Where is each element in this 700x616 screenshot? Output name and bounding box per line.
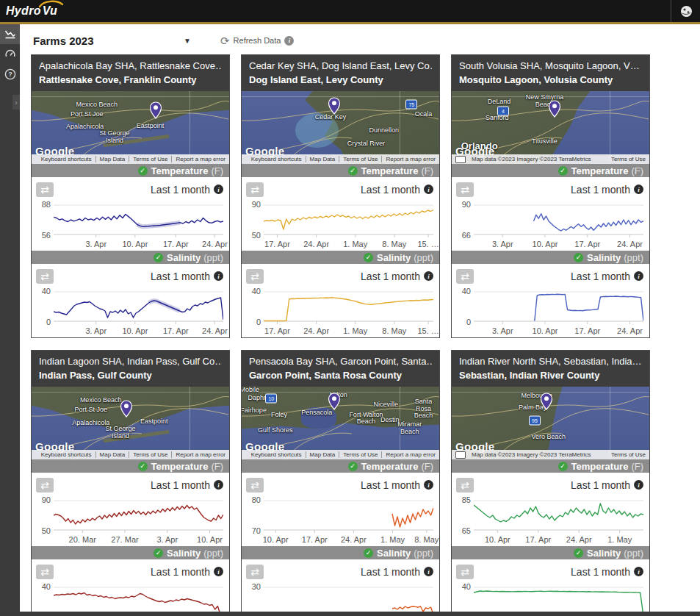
sidebar-expand-chevron-icon[interactable]: › <box>12 95 20 110</box>
gauge-icon[interactable] <box>0 44 20 64</box>
parameter-bar[interactable]: ✓ Salinity (ppt) <box>452 251 649 264</box>
compare-arrows-icon[interactable]: ⇄ <box>36 182 54 197</box>
line-chart[interactable] <box>54 200 223 238</box>
site-map[interactable]: New Smyrna BeachDeLandSanfordTitusvilleO… <box>452 91 649 164</box>
parameter-bar[interactable]: ✓ Salinity (ppt) <box>452 546 649 559</box>
map-attribution[interactable]: Keyboard shortcutsMap DataTerms of UseRe… <box>242 154 439 164</box>
map-attribution-link[interactable]: Map Data <box>95 156 129 162</box>
info-icon[interactable]: i <box>214 271 223 281</box>
map-attribution-link[interactable]: Keyboard shortcuts <box>248 451 306 458</box>
map-attribution-link[interactable]: Terms of Use <box>339 451 381 458</box>
info-icon[interactable]: i <box>214 567 223 576</box>
site-map[interactable]: Cedar KeyDunnellonCrystal RiverOcala75Go… <box>242 91 439 164</box>
info-icon[interactable]: i <box>634 567 643 576</box>
info-icon[interactable]: i <box>634 185 643 194</box>
info-icon[interactable]: i <box>424 480 433 490</box>
line-chart[interactable] <box>54 287 223 325</box>
map-gridline[interactable] <box>452 392 649 393</box>
keyboard-icon[interactable] <box>455 156 466 163</box>
parameter-bar[interactable]: ✓ Temperature (F) <box>242 459 439 473</box>
compare-arrows-icon[interactable]: ⇄ <box>36 269 54 284</box>
map-attribution[interactable]: Keyboard shortcutsMap DataTerms of UseRe… <box>32 154 229 164</box>
line-chart[interactable] <box>474 287 643 325</box>
line-chart[interactable] <box>474 200 643 238</box>
compare-arrows-icon[interactable]: ⇄ <box>456 565 474 579</box>
parameter-bar[interactable]: ✓ Salinity (ppt) <box>32 546 229 559</box>
parameter-bar[interactable]: ✓ Salinity (ppt) <box>32 251 229 264</box>
y-axis-max: 88 <box>42 200 51 209</box>
line-chart[interactable] <box>264 495 433 534</box>
info-icon[interactable]: i <box>424 271 433 281</box>
compare-arrows-icon[interactable]: ⇄ <box>456 269 474 284</box>
map-attribution-link[interactable]: Report a map error <box>171 156 229 162</box>
map-gridline[interactable] <box>610 91 610 164</box>
map-gridline[interactable] <box>610 387 610 459</box>
line-chart[interactable] <box>264 287 433 325</box>
parameter-bar[interactable]: ✓ Temperature (F) <box>32 459 229 473</box>
compare-arrows-icon[interactable]: ⇄ <box>246 478 264 493</box>
info-icon[interactable]: i <box>424 567 433 576</box>
map-gridline[interactable] <box>242 96 439 97</box>
info-icon[interactable]: i <box>284 36 294 46</box>
info-icon[interactable]: i <box>424 185 433 194</box>
help-icon[interactable]: ? <box>0 64 20 84</box>
map-attribution-link[interactable]: Map Data <box>306 451 339 458</box>
map-attribution-link[interactable]: Terms of Use <box>129 156 171 162</box>
parameter-bar[interactable]: ✓ Salinity (ppt) <box>242 546 439 559</box>
info-icon[interactable]: i <box>214 480 223 490</box>
terms-of-use-link[interactable]: Terms of Use <box>607 451 649 458</box>
site-map[interactable]: Mexico BeachPort St JoeApalachicolaEastp… <box>32 387 229 459</box>
map-gridline[interactable] <box>190 387 190 459</box>
map-attribution-link[interactable]: Report a map error <box>381 156 439 162</box>
map-attribution[interactable]: Keyboard shortcutsMap DataTerms of UseRe… <box>242 450 439 459</box>
compare-arrows-icon[interactable]: ⇄ <box>246 182 264 197</box>
map-gridline[interactable] <box>242 392 439 393</box>
map-attribution-link[interactable]: Map Data <box>95 451 129 458</box>
parameter-bar[interactable]: ✓ Temperature (F) <box>32 164 229 177</box>
map-attribution-link[interactable]: Terms of Use <box>339 156 381 162</box>
map-attribution-link[interactable]: Report a map error <box>381 451 439 458</box>
site-map[interactable]: Mexico BeachPort St JoeApalachicolaEastp… <box>32 91 229 164</box>
info-icon[interactable]: i <box>214 185 223 194</box>
y-axis: 90 50 <box>245 200 264 238</box>
map-gridline[interactable] <box>452 96 649 97</box>
compare-arrows-icon[interactable]: ⇄ <box>36 478 54 493</box>
line-chart[interactable] <box>474 495 643 534</box>
info-icon[interactable]: i <box>634 271 643 281</box>
map-attribution-link[interactable]: Keyboard shortcuts <box>37 156 95 162</box>
keyboard-icon[interactable] <box>455 451 466 459</box>
dashboards-icon[interactable] <box>0 24 20 44</box>
parameter-bar[interactable]: ✓ Temperature (F) <box>242 164 439 177</box>
refresh-data-button[interactable]: ⟳ Refresh Data i <box>220 35 294 46</box>
map-gridline[interactable] <box>400 387 400 459</box>
map-attribution-link[interactable]: Terms of Use <box>129 451 171 458</box>
map-attribution-link[interactable]: Keyboard shortcuts <box>37 451 95 458</box>
line-chart[interactable] <box>264 200 433 238</box>
map-attribution-link[interactable]: Map Data <box>306 156 339 162</box>
compare-arrows-icon[interactable]: ⇄ <box>36 565 54 579</box>
map-attribution[interactable]: Keyboard shortcutsMap DataTerms of UseRe… <box>32 450 229 459</box>
parameter-bar[interactable]: ✓ Temperature (F) <box>452 164 649 177</box>
compare-arrows-icon[interactable]: ⇄ <box>246 269 264 284</box>
map-gridline[interactable] <box>32 392 229 393</box>
hydrovu-logo[interactable]: HydroVu <box>6 4 59 18</box>
compare-arrows-icon[interactable]: ⇄ <box>456 182 474 197</box>
site-map[interactable]: MobileDaphneMiltonFairhopeFoleyPensacola… <box>242 387 439 459</box>
info-icon[interactable]: i <box>634 480 643 490</box>
parameter-bar[interactable]: ✓ Temperature (F) <box>452 459 649 473</box>
map-gridline[interactable] <box>32 96 229 97</box>
map-attribution-link[interactable]: Report a map error <box>171 451 229 458</box>
line-chart[interactable] <box>54 495 223 534</box>
terms-of-use-link[interactable]: Terms of Use <box>607 156 649 162</box>
parameter-bar[interactable]: ✓ Salinity (ppt) <box>242 251 439 264</box>
globe-icon[interactable] <box>680 5 693 18</box>
dashboard-select[interactable]: Farms 2023 ▼ <box>31 35 191 47</box>
map-gridline[interactable] <box>190 91 190 164</box>
map-attribution[interactable]: Map data ©2023 Imagery ©2023 TerraMetric… <box>452 154 649 164</box>
map-gridline[interactable] <box>400 91 400 164</box>
compare-arrows-icon[interactable]: ⇄ <box>456 478 474 493</box>
map-attribution-link[interactable]: Keyboard shortcuts <box>248 156 306 162</box>
map-attribution[interactable]: Map data ©2023 Imagery ©2023 TerraMetric… <box>452 450 649 459</box>
site-map[interactable]: MelbournePalm BayVero Beach95GoogleMap d… <box>452 387 649 459</box>
compare-arrows-icon[interactable]: ⇄ <box>246 565 264 579</box>
